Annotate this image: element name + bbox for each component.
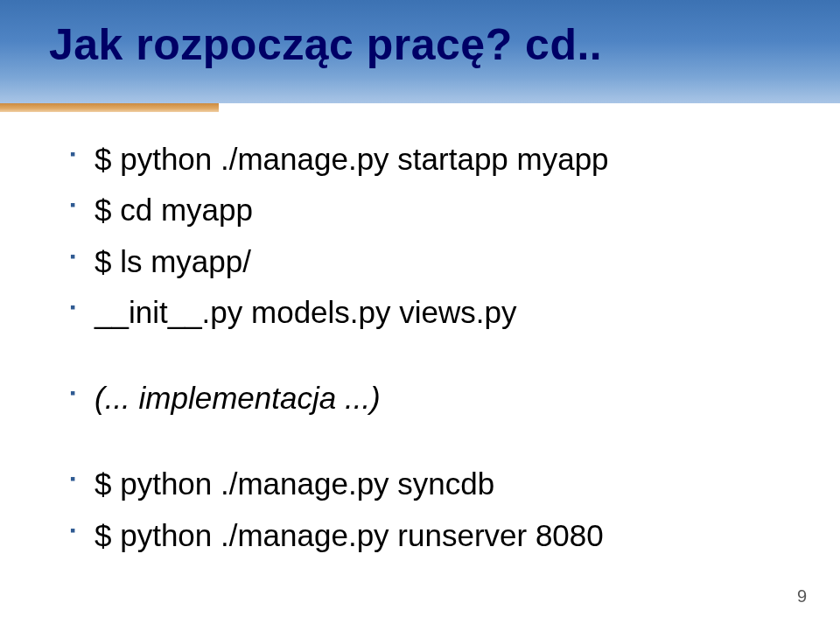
bullet-list: $ python ./manage.py syncdb $ python ./m… (70, 460, 770, 559)
bullet-item: (... implementacja ...) (70, 375, 770, 422)
bullet-item: $ ls myapp/ (70, 238, 770, 285)
spacer (70, 425, 770, 460)
accent-strip (0, 103, 219, 112)
bullet-item: $ python ./manage.py syncdb (70, 460, 770, 508)
bullet-item: $ python ./manage.py startapp myapp (70, 136, 770, 183)
bullet-list: $ python ./manage.py startapp myapp $ cd… (70, 136, 770, 336)
spacer (70, 340, 770, 375)
slide-title: Jak rozpocząc pracę? cd.. (49, 19, 602, 70)
slide: Jak rozpocząc pracę? cd.. $ python ./man… (0, 0, 840, 624)
bullet-item: $ cd myapp (70, 186, 770, 234)
slide-content: $ python ./manage.py startapp myapp $ cd… (70, 136, 770, 563)
bullet-item: $ python ./manage.py runserver 8080 (70, 512, 770, 559)
bullet-item: __init__.py models.py views.py (70, 289, 770, 336)
bullet-list: (... implementacja ...) (70, 375, 770, 422)
page-number: 9 (797, 586, 807, 606)
